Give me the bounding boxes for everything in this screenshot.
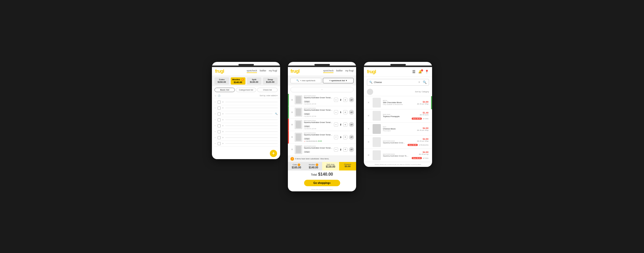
item-checkbox[interactable]	[218, 130, 221, 133]
tab-basic-list[interactable]: Basic list	[214, 88, 235, 92]
decrement-button[interactable]: −	[334, 135, 338, 139]
history-icon[interactable]: 🕐	[218, 95, 220, 97]
logo: frugl	[290, 69, 299, 74]
decrement-btn[interactable]: −	[214, 124, 216, 127]
search-result-item[interactable]: ✕ MASTERFOODS Squeesy Australian Grown T…	[364, 149, 432, 162]
qty-controls: − 3 +	[334, 135, 347, 139]
remove-button[interactable]: ✕	[366, 127, 371, 131]
nav-listifier[interactable]: listifier	[260, 69, 266, 73]
chevron-down-icon: ▾	[346, 79, 347, 82]
swap-button[interactable]: ⇄	[349, 147, 354, 152]
tab-check-list[interactable]: Check list	[257, 88, 278, 92]
decrement-btn[interactable]: −	[214, 118, 216, 121]
search-result-item[interactable]: ✕ BEGA Silk Chocolate Block Only availab…	[364, 96, 432, 109]
decrement-btn[interactable]: −	[214, 101, 216, 103]
increment-btn[interactable]: +	[222, 107, 224, 109]
search-result-item[interactable]: ✕ MASTERFOODS Squeesy Australian Grown T…	[364, 136, 432, 149]
nav-links: spotcheck listifier my frugl	[247, 69, 277, 73]
increment-btn[interactable]: +	[222, 124, 224, 127]
search-submit-icon[interactable]: 🔍	[423, 80, 427, 84]
remove-button[interactable]: ✕	[366, 101, 371, 104]
list-icon[interactable]: ☰	[412, 70, 416, 74]
store-tab-split[interactable]: Split $130.00	[247, 77, 262, 85]
summary-woolies[interactable]: Woolies ! $140.00	[305, 162, 322, 170]
remove-button[interactable]: ✕	[366, 114, 371, 118]
spotcheck-list-button[interactable]: ≡ spotcheck list ▾	[323, 78, 354, 83]
item-line	[225, 126, 278, 126]
nav-icons: ☰ 🔔1 📍	[412, 70, 429, 74]
summary-coles[interactable]: Coles ! $165.00	[288, 162, 305, 170]
search-result-item[interactable]: ✕ NGA Cheese Block Pricematch $4.90 ($1.…	[364, 123, 432, 136]
item-checkbox[interactable]	[218, 101, 221, 104]
decrement-button[interactable]: −	[334, 98, 338, 102]
nav-myfrugl[interactable]: my frugl	[345, 69, 354, 73]
store-tab-woolies[interactable]: Woolies ! $140.00	[231, 77, 245, 85]
star-icon[interactable]: ☆	[214, 95, 216, 97]
location-icon[interactable]: 📍	[425, 70, 429, 74]
increment-btn[interactable]: +	[222, 101, 224, 103]
item-checkbox[interactable]	[218, 142, 221, 145]
increment-btn[interactable]: +	[222, 118, 224, 121]
decrement-btn[interactable]: −	[214, 112, 216, 115]
decrement-btn[interactable]: −	[214, 136, 216, 139]
warning-icon: ⚠	[290, 157, 294, 161]
decrement-button[interactable]: −	[334, 123, 338, 127]
swap-button[interactable]: ⇄	[349, 97, 354, 102]
sort-label[interactable]: Sort by: Category	[415, 91, 429, 93]
list-item: − +	[214, 129, 278, 135]
swap-button[interactable]: ⇄	[349, 110, 354, 115]
remove-button[interactable]: ✕	[366, 140, 371, 144]
increment-btn[interactable]: +	[222, 136, 224, 139]
decrement-btn[interactable]: −	[214, 107, 216, 109]
remove-button[interactable]: ✕	[291, 123, 293, 126]
new-spotcheck-button[interactable]: 🔍 + new spotcheck	[290, 78, 321, 83]
decrement-btn[interactable]: −	[214, 142, 216, 145]
decrement-button[interactable]: −	[334, 110, 338, 114]
remove-button[interactable]: ✕	[291, 148, 293, 151]
add-item-button[interactable]: +	[270, 150, 277, 157]
store-tab-swap[interactable]: Swap $120.00	[263, 77, 278, 85]
product-list: ✕ MASTERFOODS Squeesy Australian Grown T…	[288, 94, 356, 156]
increment-button[interactable]: +	[343, 148, 347, 152]
item-checkbox[interactable]	[218, 124, 221, 127]
remove-button[interactable]: ✕	[366, 153, 371, 157]
notification-icon[interactable]: 🔔1	[418, 70, 422, 74]
remove-button[interactable]: ✕	[291, 111, 293, 114]
phone-notch	[314, 64, 330, 66]
go-shopping-container: Go shopping »	[288, 178, 356, 188]
tab-categorised-list[interactable]: Categorised list	[236, 88, 256, 92]
item-checkbox[interactable]	[218, 112, 221, 116]
swap-button[interactable]: ⇄	[349, 135, 354, 140]
increment-button[interactable]: +	[343, 98, 347, 102]
search-result-item[interactable]: ✕ Bing ban Topless Pineapple $1.40 ($1.4…	[364, 109, 432, 123]
increment-button[interactable]: +	[343, 110, 347, 114]
nav-spotcheck[interactable]: spotcheck	[323, 69, 334, 73]
summary-split[interactable]: Split shop $130.00	[322, 162, 339, 170]
nav-spotcheck[interactable]: spotcheck	[247, 69, 257, 73]
summary-cheapest[interactable]: Cheapest $3.00	[339, 162, 356, 170]
price-col: $4.90 ($1.40 per 100g)	[410, 127, 428, 131]
product-item: ✕ MASTERFOODS Squeesy Australian Grown T…	[288, 94, 356, 106]
decrement-btn[interactable]: −	[214, 130, 216, 133]
nav-myfrugl[interactable]: my frugl	[269, 69, 277, 73]
item-checkbox[interactable]	[218, 107, 221, 110]
store-tab-coles[interactable]: Coles $150.00	[214, 77, 229, 85]
item-checkbox[interactable]	[218, 118, 221, 121]
remove-button[interactable]: ✕	[291, 99, 293, 101]
clear-icon[interactable]: ✕	[418, 81, 420, 84]
increment-btn[interactable]: +	[222, 112, 224, 115]
nav-listifier[interactable]: listifier	[336, 69, 343, 73]
go-shopping-button[interactable]: Go shopping »	[304, 180, 340, 186]
increment-btn[interactable]: +	[222, 130, 224, 133]
search-field[interactable]: 🔍 Cheese ✕ 🔍	[367, 79, 429, 86]
increment-btn[interactable]: +	[222, 142, 224, 145]
increment-button[interactable]: +	[343, 123, 347, 127]
increment-button[interactable]: +	[343, 135, 347, 139]
sort-selector[interactable]: Sort by: order added ▾	[260, 95, 278, 97]
remove-button[interactable]: ✕	[291, 136, 293, 138]
save-badge: Save $3.40	[412, 118, 422, 120]
swap-button[interactable]: ⇄	[349, 122, 354, 127]
add-item-bar[interactable]: +	[290, 87, 354, 92]
item-checkbox[interactable]	[218, 136, 221, 139]
decrement-button[interactable]: −	[334, 148, 338, 152]
